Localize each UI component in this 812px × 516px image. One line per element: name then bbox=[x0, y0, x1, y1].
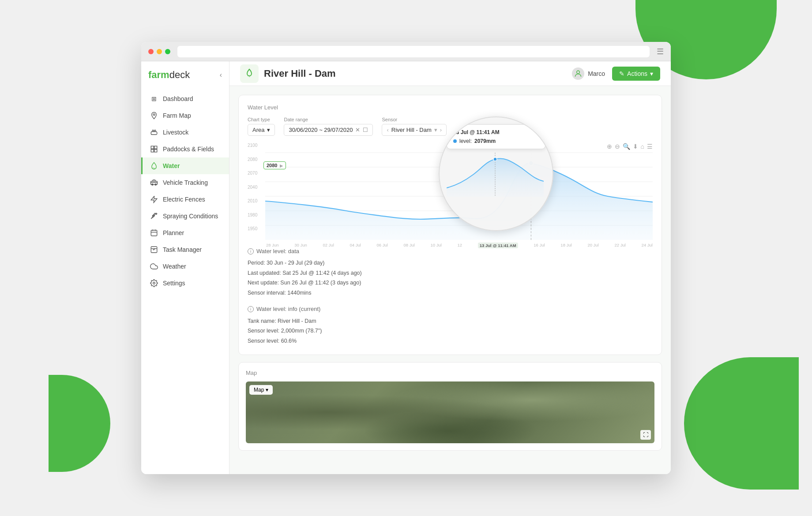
map-overlay-chevron-icon: ▾ bbox=[266, 387, 268, 393]
zoomed-chart-svg bbox=[447, 153, 544, 197]
zoom-circle: 13 Jul @ 11:41 AM level: 2079mm bbox=[439, 116, 553, 231]
actions-label: Actions bbox=[627, 70, 647, 77]
sidebar-item-planner[interactable]: Planner bbox=[141, 224, 229, 241]
info-current-title: Water level: info (current) bbox=[256, 304, 320, 314]
tooltip-value: 2079mm bbox=[474, 138, 496, 144]
sidebar-logo-area: farmdeck ‹ bbox=[141, 61, 229, 87]
sidebar-item-farmmap[interactable]: Farm Map bbox=[141, 107, 229, 124]
sidebar-item-label: Farm Map bbox=[163, 112, 191, 119]
browser-dot-close[interactable] bbox=[148, 49, 154, 54]
user-name: Marco bbox=[588, 70, 605, 77]
map-card-title: Map bbox=[246, 370, 654, 376]
sidebar-item-settings[interactable]: Settings bbox=[141, 275, 229, 292]
sidebar-item-label: Settings bbox=[163, 280, 185, 287]
tooltip-dot bbox=[453, 139, 457, 143]
date-range-value: 30/06/2020 ~ 29/07/2020 bbox=[289, 127, 353, 133]
home-icon[interactable]: ⌂ bbox=[641, 143, 644, 150]
info-sensor-interval: Sensor interval: 1440mins bbox=[248, 288, 653, 298]
info-icon: i bbox=[248, 248, 254, 254]
sidebar-item-vehicletracking[interactable]: Vehicle Tracking bbox=[141, 174, 229, 191]
sidebar-item-electricfences[interactable]: Electric Fences bbox=[141, 191, 229, 208]
browser-dot-maximize[interactable] bbox=[165, 49, 170, 54]
sensor-next-icon[interactable]: › bbox=[440, 127, 442, 133]
sidebar-item-label: Weather bbox=[163, 263, 186, 270]
svg-rect-5 bbox=[154, 150, 157, 152]
sidebar-item-paddocks[interactable]: Paddocks & Fields bbox=[141, 141, 229, 157]
sidebar-item-water[interactable]: Water bbox=[141, 157, 229, 174]
app-logo: farmdeck bbox=[148, 69, 190, 81]
tooltip-label: level: bbox=[459, 138, 472, 144]
download-icon[interactable]: ⬇ bbox=[633, 143, 638, 150]
sidebar-nav: ⊞ Dashboard Farm Map Livestock bbox=[141, 87, 229, 474]
sidebar-item-spraying[interactable]: Spraying Conditions bbox=[141, 208, 229, 224]
map-satellite bbox=[246, 381, 654, 443]
page-icon bbox=[240, 64, 259, 83]
map-card: Map Map ▾ ⛶ bbox=[238, 362, 662, 451]
date-range-field[interactable]: 30/06/2020 ~ 29/07/2020 ✕ ☐ bbox=[284, 124, 373, 136]
sidebar-item-livestock[interactable]: Livestock bbox=[141, 124, 229, 141]
map-overlay-button[interactable]: Map ▾ bbox=[249, 385, 273, 395]
dashboard-icon: ⊞ bbox=[150, 94, 158, 103]
menu-icon[interactable]: ☰ bbox=[647, 143, 653, 150]
sidebar-item-label: Dashboard bbox=[163, 95, 193, 102]
map-container: Map ▾ ⛶ bbox=[246, 381, 654, 443]
actions-chevron-icon: ▾ bbox=[650, 70, 653, 77]
date-clear-icon[interactable]: ✕ bbox=[355, 127, 360, 133]
user-avatar bbox=[572, 67, 584, 80]
svg-rect-9 bbox=[151, 230, 157, 236]
tooltip-box: 13 Jul @ 11:41 AM level: 2079mm bbox=[447, 124, 545, 149]
info-period: Period: 30 Jun - 29 Jul (29 day) bbox=[248, 258, 653, 268]
sidebar-item-label: Spraying Conditions bbox=[163, 213, 218, 220]
chart-y-labels: 2100 2080 2070 2040 2010 1980 1950 bbox=[248, 143, 263, 231]
water-level-card-title: Water level bbox=[248, 104, 653, 111]
farmmap-icon bbox=[150, 111, 158, 120]
svg-point-0 bbox=[153, 114, 155, 116]
actions-button[interactable]: ✎ Actions ▾ bbox=[612, 67, 660, 81]
sidebar-item-label: Livestock bbox=[163, 129, 188, 136]
info-section: i Water level: data Period: 30 Jun - 29 … bbox=[248, 246, 653, 346]
sidebar-item-dashboard[interactable]: ⊞ Dashboard bbox=[141, 90, 229, 107]
user-area: Marco bbox=[572, 67, 605, 80]
chart-type-label: Chart type bbox=[248, 117, 275, 122]
water-level-card: Water level Chart type Area ▾ Date range bbox=[238, 95, 662, 355]
electricfences-icon bbox=[150, 195, 158, 204]
calendar-icon[interactable]: ☐ bbox=[363, 127, 368, 133]
sidebar-item-taskmanager[interactable]: Task Manager bbox=[141, 241, 229, 258]
zoom-in-icon[interactable]: ⊕ bbox=[607, 143, 612, 150]
paddocks-icon bbox=[150, 145, 158, 153]
topbar: River Hill - Dam Marco ✎ Actions ▾ bbox=[229, 61, 671, 86]
sensor-prev-icon[interactable]: ‹ bbox=[387, 127, 388, 133]
browser-urlbar bbox=[177, 46, 650, 57]
y-current-label: 2080 ▶ bbox=[263, 161, 286, 169]
browser-menu-icon: ☰ bbox=[657, 47, 664, 56]
browser-dot-minimize[interactable] bbox=[157, 49, 162, 54]
info-last-updated: Last updated: Sat 25 Jul @ 11:42 (4 days… bbox=[248, 268, 653, 278]
sidebar: farmdeck ‹ ⊞ Dashboard Farm Map bbox=[141, 61, 229, 474]
sensor-dropdown-icon[interactable]: ▾ bbox=[434, 127, 437, 133]
zoom-out-icon[interactable]: ⊖ bbox=[615, 143, 620, 150]
svg-point-15 bbox=[153, 282, 155, 284]
browser-titlebar: ☰ bbox=[141, 42, 671, 61]
planner-icon bbox=[150, 228, 158, 237]
main-content: Water level Chart type Area ▾ Date range bbox=[229, 86, 671, 474]
sensor-field[interactable]: ‹ River Hill - Dam ▾ › bbox=[382, 124, 447, 136]
bg-blob-left bbox=[49, 375, 110, 472]
x-axis-labels: 28 Jun 30 Jun 02 Jul 04 Jul 06 Jul 08 Ju… bbox=[248, 243, 653, 248]
sidebar-collapse-button[interactable]: ‹ bbox=[220, 71, 222, 79]
search-icon[interactable]: 🔍 bbox=[623, 143, 630, 150]
sidebar-item-label: Task Manager bbox=[163, 246, 202, 253]
settings-icon bbox=[150, 279, 158, 288]
info-next-update: Next update: Sun 26 Jul @ 11:42 (3 days … bbox=[248, 278, 653, 288]
water-icon bbox=[150, 161, 158, 170]
svg-rect-2 bbox=[151, 146, 154, 149]
sidebar-item-label: Paddocks & Fields bbox=[163, 146, 214, 153]
sidebar-item-weather[interactable]: Weather bbox=[141, 258, 229, 275]
map-expand-icon: ⛶ bbox=[643, 432, 648, 438]
svg-rect-4 bbox=[151, 150, 154, 152]
map-expand-button[interactable]: ⛶ bbox=[640, 430, 651, 440]
vehicletracking-icon bbox=[150, 178, 158, 187]
chart-container: 2100 2080 2070 2040 2010 1980 1950 2080 … bbox=[248, 143, 653, 240]
sidebar-item-label: Vehicle Tracking bbox=[163, 179, 208, 186]
svg-point-16 bbox=[577, 71, 580, 74]
chart-type-select[interactable]: Area ▾ bbox=[248, 124, 275, 136]
